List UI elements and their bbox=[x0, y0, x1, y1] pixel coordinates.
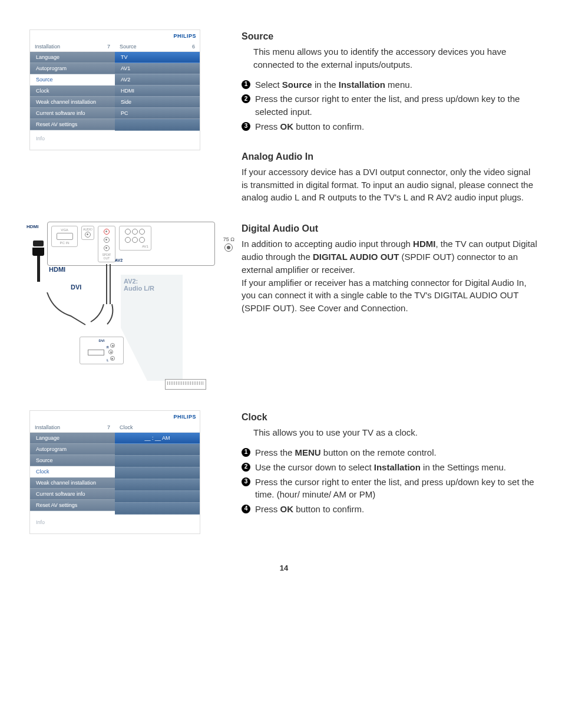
clock-steps: 1 Press the MENU button on the remote co… bbox=[242, 446, 538, 516]
menu-item-empty bbox=[115, 467, 200, 479]
menu-item: Autoprogram bbox=[30, 444, 115, 455]
menu-item: Source bbox=[30, 74, 115, 85]
external-device-icon bbox=[165, 379, 206, 390]
menu-item: Reset AV settings bbox=[30, 119, 115, 130]
menu-item: Reset AV settings bbox=[30, 500, 115, 511]
menu-item: Autoprogram bbox=[30, 63, 115, 74]
digital-body-1: In addition to accepting audio input thr… bbox=[242, 238, 538, 276]
menu-item-empty bbox=[115, 503, 200, 515]
source-step-1: Select Source in the Installation menu. bbox=[255, 78, 538, 91]
clock-value: __ : __ AM bbox=[115, 433, 200, 444]
menu-item: Clock bbox=[30, 466, 115, 477]
digital-heading: Digital Audio Out bbox=[242, 222, 538, 235]
hdmi-plug-icon bbox=[29, 241, 47, 282]
menu-item-empty bbox=[115, 491, 200, 503]
analog-body: If your accessory device has a DVI outpu… bbox=[242, 166, 538, 204]
step-number-icon: 1 bbox=[242, 80, 250, 89]
clock-heading: Clock bbox=[242, 410, 538, 424]
source-intro: This menu allows you to identify the acc… bbox=[253, 45, 538, 71]
clock-step-4: Press OK button to confirm. bbox=[255, 503, 538, 516]
step-number-icon: 4 bbox=[242, 505, 250, 513]
menu-item: HDMI bbox=[115, 85, 200, 97]
menu-item-empty bbox=[115, 479, 200, 491]
hdmi-label: HDMI bbox=[49, 266, 65, 273]
source-step-2: Press the cursor right to enter the list… bbox=[255, 93, 538, 118]
clock-menu-screenshot: PHILIPS Installation7 LanguageAutoprogra… bbox=[29, 410, 200, 534]
dvi-connector-icon: DVI R L bbox=[80, 337, 124, 364]
menu-item: Language bbox=[30, 52, 115, 63]
menu-item: TV bbox=[115, 52, 200, 63]
menu-item: AV2 bbox=[115, 74, 200, 85]
source-menu-screenshot: PHILIPS Installation7 LanguageAutoprogra… bbox=[29, 29, 200, 150]
step-number-icon: 1 bbox=[242, 448, 250, 457]
digital-body-2: If your amplifier or receiver has a matc… bbox=[242, 276, 538, 315]
menu-item: Weak channel installation bbox=[30, 97, 115, 108]
clock-step-1: Press the MENU button on the remote cont… bbox=[255, 446, 538, 459]
clock-intro: This allows you to use your TV as a cloc… bbox=[253, 426, 538, 439]
step-number-icon: 2 bbox=[242, 463, 250, 472]
clock-step-3: Press the cursor right to enter the list… bbox=[255, 476, 538, 502]
menu-left-header: Installation7 bbox=[30, 423, 115, 433]
step-number-icon: 3 bbox=[242, 122, 250, 131]
page-number: 14 bbox=[29, 564, 538, 572]
step-number-icon: 2 bbox=[242, 94, 250, 103]
menu-item: Clock bbox=[30, 85, 115, 97]
antenna-icon: 75 Ω bbox=[223, 236, 234, 253]
menu-item: Current software info bbox=[30, 489, 115, 500]
menu-item: Source bbox=[30, 455, 115, 466]
source-heading: Source bbox=[242, 29, 538, 43]
menu-item-empty bbox=[115, 456, 200, 467]
menu-item: Side bbox=[115, 97, 200, 108]
menu-item: AV1 bbox=[115, 63, 200, 74]
menu-item: Weak channel installation bbox=[30, 477, 115, 489]
av2-label: AV2:Audio L/R bbox=[124, 278, 154, 292]
brand-logo: PHILIPS bbox=[30, 30, 200, 42]
step-number-icon: 3 bbox=[242, 477, 250, 486]
source-step-3: Press OK button to confirm. bbox=[255, 120, 538, 133]
source-steps: 1 Select Source in the Installation menu… bbox=[242, 78, 538, 133]
menu-footer-info: Info bbox=[30, 131, 200, 150]
dvi-label: DVI bbox=[71, 284, 81, 291]
menu-item: PC bbox=[115, 108, 200, 119]
clock-step-2: Use the cursor down to select Installati… bbox=[255, 461, 538, 474]
menu-right-header: Clock bbox=[115, 423, 200, 433]
menu-item: Current software info bbox=[30, 108, 115, 119]
brand-logo: PHILIPS bbox=[30, 411, 200, 423]
menu-item-empty bbox=[115, 444, 200, 456]
menu-footer-info: Info bbox=[30, 515, 200, 533]
menu-item-empty bbox=[115, 119, 200, 131]
tv-back-panel-icon: VGA PC IN AUDIO SPDIF OUT AV1 bbox=[47, 222, 215, 266]
menu-item: Language bbox=[30, 433, 115, 444]
menu-right-header: Source6 bbox=[115, 42, 200, 52]
menu-left-header: Installation7 bbox=[30, 42, 115, 52]
connection-diagram: HDMI HDMI DVI AV2:Audio L/R VGA PC IN AU… bbox=[29, 222, 218, 393]
analog-heading: Analog Audio In bbox=[242, 150, 538, 163]
